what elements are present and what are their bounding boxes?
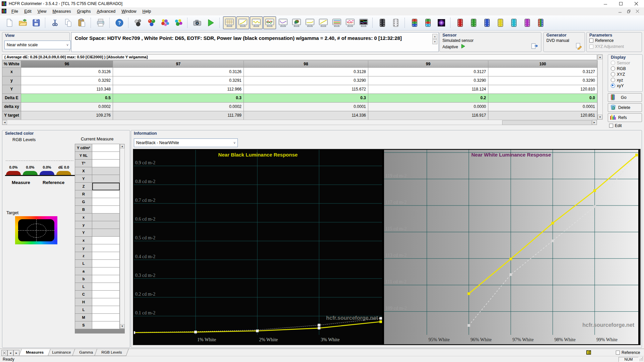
measure-row-value[interactable] <box>92 314 120 321</box>
table-cell[interactable]: 0.3126 <box>113 68 244 76</box>
toolbar-run-measure-icon[interactable] <box>204 16 217 29</box>
toolbar-measure-blue-icon[interactable] <box>481 16 493 29</box>
measure-table-scrollbar[interactable]: ▲ ▼ <box>120 144 125 329</box>
measure-scroll-up-icon[interactable]: ▲ <box>120 144 124 148</box>
toolbar-measure-grayscale-icon[interactable] <box>376 16 389 29</box>
toolbar-cut-icon[interactable] <box>49 16 61 29</box>
edit-checkbox[interactable]: Edit <box>609 123 622 128</box>
measure-row-value[interactable] <box>92 260 120 267</box>
table-cell[interactable]: 0.0002 <box>113 103 244 111</box>
measure-row-value[interactable] <box>92 252 120 260</box>
menu-item-view[interactable]: View <box>35 8 50 15</box>
menu-item-window[interactable]: Window <box>118 8 139 15</box>
status-reference-checkbox[interactable]: Reference <box>616 350 640 355</box>
display-option-xyz[interactable]: XYZ <box>608 71 642 77</box>
scroll-right-icon[interactable]: ► <box>592 120 597 125</box>
column-header-96[interactable]: 96 <box>21 61 113 68</box>
measure-scroll-down-icon[interactable]: ▼ <box>120 324 124 328</box>
spinner-up-icon[interactable]: ▲ <box>432 34 437 39</box>
toolbar-measure-yellow-icon[interactable] <box>494 16 507 29</box>
table-cell[interactable]: 120.851 <box>488 111 597 120</box>
toolbar-sensor-config-icon[interactable] <box>132 16 145 29</box>
toolbar-measure-magenta-icon[interactable] <box>521 16 534 29</box>
toolbar-measure-all-colors-icon[interactable] <box>534 16 547 29</box>
toolbar-view-measures-grid-icon[interactable] <box>223 16 236 29</box>
menu-item-file[interactable]: File <box>8 8 21 15</box>
display-option-xyy[interactable]: xyY <box>608 83 642 88</box>
tab-measures[interactable]: Measures <box>19 349 51 356</box>
column-header-98[interactable]: 98 <box>244 61 368 68</box>
menu-item-edit[interactable]: Edit <box>21 8 35 15</box>
toolbar-view-response-icon[interactable] <box>317 16 330 29</box>
table-cell[interactable]: 0.3290 <box>488 76 597 85</box>
table-cell[interactable]: 0.3126 <box>21 68 113 76</box>
column-header-100[interactable]: 100 <box>488 61 597 68</box>
mdi-close-icon[interactable] <box>635 9 641 14</box>
table-cell[interactable]: 0.3290 <box>368 76 488 85</box>
reference-checkbox-box[interactable] <box>589 39 593 43</box>
measure-row-value[interactable] <box>92 275 120 283</box>
toolbar-paste-icon[interactable] <box>75 16 88 29</box>
table-horizontal-scrollbar[interactable]: ◄ ► <box>2 120 597 125</box>
toolbar-view-composite-icon[interactable] <box>357 16 370 29</box>
tab-scroll-left-button[interactable]: ◄ <box>7 350 13 356</box>
table-cell[interactable]: 118.124 <box>368 85 488 94</box>
measure-row-value[interactable] <box>92 306 120 314</box>
radio-icon[interactable] <box>611 83 615 88</box>
toolbar-measure-color-checker-icon[interactable] <box>172 16 185 29</box>
sensor-run-icon[interactable] <box>461 44 466 50</box>
toolbar-measure-primary-colors-icon[interactable] <box>145 16 158 29</box>
table-cell[interactable]: 0.0 <box>488 94 597 103</box>
table-cell[interactable]: 0.2 <box>368 94 488 103</box>
toolbar-new-file-icon[interactable] <box>3 16 16 29</box>
toolbar-measure-secondaries-icon[interactable] <box>422 16 434 29</box>
tab-rgb-levels[interactable]: RGB Levels <box>94 349 129 356</box>
toolbar-measure-red-icon[interactable] <box>454 16 467 29</box>
scale-select[interactable]: Near white scale ˅ <box>4 41 71 49</box>
menu-item-measures[interactable]: Measures <box>50 8 74 15</box>
toolbar-measure-near-white-icon[interactable] <box>389 16 402 29</box>
mdi-restore-icon[interactable] <box>626 9 632 14</box>
toolbar-snapshot-icon[interactable] <box>191 16 204 29</box>
table-cell[interactable]: 115.672 <box>244 85 368 94</box>
table-cell[interactable]: 0.0001 <box>244 103 368 111</box>
scroll-up-icon[interactable]: ▲ <box>598 55 602 59</box>
scroll-down-icon[interactable]: ▼ <box>598 115 602 119</box>
table-cell[interactable]: 110.348 <box>21 85 113 94</box>
table-cell[interactable]: 116.917 <box>368 111 488 120</box>
delete-button[interactable]: Delete <box>608 103 642 112</box>
menu-item-advanced[interactable]: Advanced <box>94 8 119 15</box>
measure-row-value[interactable] <box>92 221 120 229</box>
resize-grip[interactable] <box>639 356 643 362</box>
tab-scroll-right-button[interactable]: ► <box>13 350 19 356</box>
radio-icon[interactable] <box>611 72 615 76</box>
generator-config-icon[interactable] <box>576 43 583 51</box>
measure-row-value[interactable] <box>92 144 120 152</box>
close-icon[interactable] <box>629 0 644 7</box>
table-cell[interactable]: 0.3128 <box>244 68 368 76</box>
refs-button[interactable]: Refs <box>608 113 642 122</box>
measure-row-value[interactable] <box>92 152 120 160</box>
table-cell[interactable]: 120.810 <box>488 85 597 94</box>
toolbar-view-saturation-icon[interactable] <box>330 16 343 29</box>
table-cell[interactable]: 111.789 <box>113 111 244 120</box>
column-header-99[interactable]: 99 <box>368 61 488 68</box>
measure-row-value[interactable] <box>92 206 120 214</box>
maximize-icon[interactable] <box>613 0 629 7</box>
spinner-down-icon[interactable]: ▼ <box>432 39 437 44</box>
table-cell[interactable]: 0.3 <box>113 94 244 103</box>
go-button[interactable]: Go <box>608 93 642 102</box>
measure-row-value[interactable] <box>92 291 120 298</box>
table-cell[interactable]: 0.5 <box>21 94 113 103</box>
table-cell[interactable]: 0.0000 <box>368 103 488 111</box>
measure-row-value[interactable] <box>92 321 120 329</box>
toolbar-open-file-icon[interactable] <box>16 16 29 29</box>
toolbar-view-cie-chart-icon[interactable] <box>290 16 303 29</box>
measure-row-value[interactable] <box>92 175 120 183</box>
measure-row-value[interactable] <box>92 244 120 252</box>
measure-row-value[interactable] <box>92 214 120 221</box>
table-cell[interactable]: 0.0002 <box>21 103 113 111</box>
measure-row-value[interactable] <box>92 267 120 275</box>
table-vertical-scrollbar[interactable]: ▲ ▼ <box>597 54 603 120</box>
measure-row-value[interactable] <box>92 183 120 190</box>
